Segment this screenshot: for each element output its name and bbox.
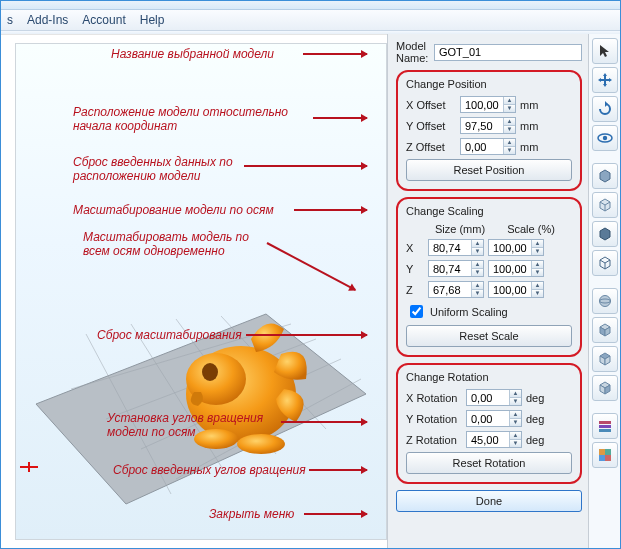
iso-side-icon[interactable] xyxy=(592,375,618,401)
spin-down[interactable]: ▼ xyxy=(471,248,483,255)
unit: deg xyxy=(526,413,548,425)
axis-y: Y xyxy=(406,263,424,275)
right-toolbar xyxy=(588,34,620,548)
y-rotation-label: Y Rotation xyxy=(406,413,462,425)
cube-wire-icon[interactable] xyxy=(592,250,618,276)
iso-front-icon[interactable] xyxy=(592,317,618,343)
reset-rotation-button[interactable]: Reset Rotation xyxy=(406,452,572,474)
spin-down[interactable]: ▼ xyxy=(503,105,515,112)
spin-down[interactable]: ▼ xyxy=(531,290,543,297)
svg-rect-22 xyxy=(599,429,611,432)
unit: deg xyxy=(526,392,548,404)
reset-scale-button[interactable]: Reset Scale xyxy=(406,325,572,347)
reset-position-button[interactable]: Reset Position xyxy=(406,159,572,181)
svg-point-18 xyxy=(599,296,610,307)
svg-point-12 xyxy=(194,429,238,449)
unit: mm xyxy=(520,120,542,132)
arrow xyxy=(244,165,367,167)
spin-up[interactable]: ▲ xyxy=(503,139,515,147)
svg-rect-23 xyxy=(599,449,605,455)
group-position-title: Change Position xyxy=(406,78,572,90)
model-name-row: Model Name: xyxy=(396,40,582,64)
svg-rect-24 xyxy=(605,449,611,455)
eye-icon[interactable] xyxy=(592,125,618,151)
svg-rect-21 xyxy=(599,425,611,428)
y-offset-label: Y Offset xyxy=(406,120,456,132)
done-button[interactable]: Done xyxy=(396,490,582,512)
cube-outline-icon[interactable] xyxy=(592,192,618,218)
cursor-icon[interactable] xyxy=(592,38,618,64)
model-name-input[interactable] xyxy=(434,44,582,61)
spin-up[interactable]: ▲ xyxy=(509,390,521,398)
arrow xyxy=(246,334,367,336)
spin-up[interactable]: ▲ xyxy=(503,97,515,105)
svg-point-11 xyxy=(202,363,218,381)
spin-up[interactable]: ▲ xyxy=(471,282,483,290)
spin-down[interactable]: ▼ xyxy=(531,248,543,255)
annotation-reset-scale: Сброс масштабирования xyxy=(97,328,242,342)
spin-down[interactable]: ▼ xyxy=(503,147,515,154)
spin-up[interactable]: ▲ xyxy=(503,118,515,126)
axis-z: Z xyxy=(406,284,424,296)
viewport-3d[interactable]: Название выбранной модели Расположение м… xyxy=(1,34,387,548)
uniform-scaling-row[interactable]: Uniform Scaling xyxy=(406,302,572,321)
arrow xyxy=(309,469,367,471)
menu-addins[interactable]: Add-Ins xyxy=(27,13,68,27)
spin-up[interactable]: ▲ xyxy=(531,240,543,248)
unit: deg xyxy=(526,434,548,446)
spin-down[interactable]: ▼ xyxy=(509,419,521,426)
spin-down[interactable]: ▼ xyxy=(531,269,543,276)
z-rotation-label: Z Rotation xyxy=(406,434,462,446)
group-rotation-title: Change Rotation xyxy=(406,371,572,383)
spin-down[interactable]: ▼ xyxy=(509,398,521,405)
group-scaling-title: Change Scaling xyxy=(406,205,572,217)
cube-dark-icon[interactable] xyxy=(592,221,618,247)
iso-top-icon[interactable] xyxy=(592,346,618,372)
spin-up[interactable]: ▲ xyxy=(531,282,543,290)
spin-up[interactable]: ▲ xyxy=(471,240,483,248)
layers-icon[interactable] xyxy=(592,413,618,439)
axis-x: X xyxy=(406,242,424,254)
group-position: Change Position X Offset▲▼mm Y Offset▲▼m… xyxy=(396,70,582,191)
window-titlebar xyxy=(1,1,620,10)
svg-rect-26 xyxy=(605,455,611,461)
rotate-icon[interactable] xyxy=(592,96,618,122)
annotation-rotation-2: модели по осям xyxy=(107,425,196,439)
menu-help[interactable]: Help xyxy=(140,13,165,27)
color-icon[interactable] xyxy=(592,442,618,468)
sphere-icon[interactable] xyxy=(592,288,618,314)
svg-rect-20 xyxy=(599,421,611,424)
svg-point-17 xyxy=(602,136,606,140)
annotation-reset-pos-2: расположению модели xyxy=(73,169,200,183)
spin-up[interactable]: ▲ xyxy=(471,261,483,269)
menu-bar: s Add-Ins Account Help xyxy=(1,10,620,31)
x-rotation-label: X Rotation xyxy=(406,392,462,404)
spin-up[interactable]: ▲ xyxy=(531,261,543,269)
uniform-scaling-checkbox[interactable] xyxy=(410,305,423,318)
group-scaling: Change Scaling Size (mm)Scale (%) X▲▼▲▼ … xyxy=(396,197,582,357)
arrow xyxy=(294,209,367,211)
spin-down[interactable]: ▼ xyxy=(509,440,521,447)
svg-point-13 xyxy=(237,434,285,454)
annotation-reset-pos: Сброс введенных данных по xyxy=(73,155,233,169)
spin-up[interactable]: ▲ xyxy=(509,432,521,440)
annotation-position-2: начала координат xyxy=(73,119,177,133)
arrow xyxy=(303,53,367,55)
move-icon[interactable] xyxy=(592,67,618,93)
uniform-scaling-label: Uniform Scaling xyxy=(430,306,508,318)
menu-account[interactable]: Account xyxy=(82,13,125,27)
spin-down[interactable]: ▼ xyxy=(503,126,515,133)
arrow xyxy=(281,421,367,423)
svg-rect-25 xyxy=(599,455,605,461)
annotation-model-name: Название выбранной модели xyxy=(111,47,274,61)
annotation-uniform-2: всем осям одновременно xyxy=(83,244,225,258)
spin-down[interactable]: ▼ xyxy=(471,269,483,276)
spin-up[interactable]: ▲ xyxy=(509,411,521,419)
unit: mm xyxy=(520,99,542,111)
spin-down[interactable]: ▼ xyxy=(471,290,483,297)
size-header: Size (mm) xyxy=(430,223,490,235)
scale-header: Scale (%) xyxy=(490,223,572,235)
z-offset-label: Z Offset xyxy=(406,141,456,153)
cube-solid-icon[interactable] xyxy=(592,163,618,189)
group-rotation: Change Rotation X Rotation▲▼deg Y Rotati… xyxy=(396,363,582,484)
